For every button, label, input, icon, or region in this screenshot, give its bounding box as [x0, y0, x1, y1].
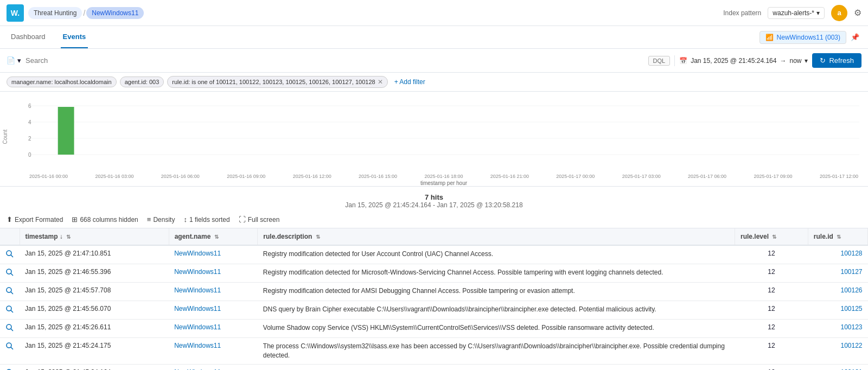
tab-dashboard[interactable]: Dashboard	[9, 26, 48, 48]
density-button[interactable]: ≡ Density	[147, 215, 175, 224]
row-icon-cell[interactable]	[0, 283, 20, 301]
chevron-icon[interactable]: ▾	[17, 56, 21, 65]
search-input[interactable]	[25, 56, 644, 65]
rule-id-link[interactable]: 100122	[840, 342, 862, 349]
tab-events[interactable]: Events	[61, 26, 88, 48]
date-from: Jan 15, 2025 @ 21:45:24.164	[691, 57, 776, 65]
cell-rule-id[interactable]: 100125	[808, 301, 867, 320]
app-logo: W.	[7, 4, 24, 22]
x-label-6: 2025-01-16 18:00	[424, 174, 463, 179]
cell-rule-id[interactable]: 100127	[808, 264, 867, 283]
pin-icon[interactable]: 📌	[851, 33, 859, 41]
chevron-down-icon: ▾	[805, 57, 808, 65]
cell-description: Brain Cipher ransomware executable loade…	[258, 364, 735, 370]
filter-manager-name-text: manager.name: localhost.localdomain	[11, 79, 112, 85]
svg-point-12	[7, 288, 11, 292]
cell-timestamp: Jan 15, 2025 @ 21:45:24.164	[20, 364, 169, 370]
cell-rule-id[interactable]: 100122	[808, 338, 867, 365]
export-icon: ⬆	[7, 215, 12, 224]
date-range-picker[interactable]: 📅 Jan 15, 2025 @ 21:45:24.164 → now ▾	[679, 57, 808, 65]
chart-container: Count 6 4 2 0 2025-01-16 00:00 2025-01-1…	[9, 100, 859, 182]
breadcrumb-threat-hunting[interactable]: Threat Hunting	[28, 7, 82, 19]
x-label-9: 2025-01-17 03:00	[622, 174, 661, 179]
agent-name-link[interactable]: NewWindows11	[174, 305, 221, 312]
sorted-button[interactable]: ↕ 1 fields sorted	[183, 215, 229, 224]
rule-id-link[interactable]: 100126	[840, 286, 862, 294]
filter-manager-name[interactable]: manager.name: localhost.localdomain	[7, 76, 117, 87]
cell-rule-id[interactable]: 100123	[808, 320, 867, 338]
density-label: Density	[153, 216, 175, 224]
col-header-description[interactable]: rule.description ⇅	[258, 228, 735, 245]
agent-name-link[interactable]: NewWindows11	[174, 250, 221, 257]
col-header-agent-name[interactable]: agent.name ⇅	[169, 228, 258, 245]
chart-x-labels: 2025-01-16 00:00 2025-01-16 03:00 2025-0…	[28, 174, 859, 179]
rule-id-link[interactable]: 100128	[840, 250, 862, 257]
row-icon-cell[interactable]	[0, 320, 20, 338]
col-header-ruleid[interactable]: rule.id ⇅	[808, 228, 867, 245]
cell-rule-id[interactable]: 100126	[808, 283, 867, 301]
x-label-8: 2025-01-17 00:00	[556, 174, 595, 179]
table-row: Jan 15, 2025 @ 21:45:24.175 NewWindows11…	[0, 338, 868, 365]
rule-id-link[interactable]: 100125	[840, 305, 862, 312]
dql-badge[interactable]: DQL	[648, 56, 671, 66]
export-label: Export Formated	[15, 216, 63, 224]
filter-rule-id-remove[interactable]: ✕	[378, 78, 383, 86]
row-icon-cell[interactable]	[0, 364, 20, 370]
fullscreen-button[interactable]: ⛶ Full screen	[239, 215, 280, 224]
cell-agent-name[interactable]: NewWindows11	[169, 338, 258, 365]
cell-timestamp: Jan 15, 2025 @ 21:45:56.070	[20, 301, 169, 320]
cell-agent-name[interactable]: NewWindows11	[169, 301, 258, 320]
add-filter-button[interactable]: + Add filter	[391, 76, 429, 87]
row-icon-cell[interactable]	[0, 338, 20, 365]
chart-svg: 6 4 2 0	[28, 100, 859, 171]
row-icon-cell[interactable]	[0, 301, 20, 320]
inspect-icon	[5, 305, 14, 314]
cell-agent-name[interactable]: NewWindows11	[169, 245, 258, 264]
rule-id-link[interactable]: 100127	[840, 268, 862, 276]
avatar[interactable]: a	[831, 5, 847, 21]
row-icon-cell[interactable]	[0, 245, 20, 264]
svg-point-16	[7, 324, 11, 329]
cell-description: Volume Shadow copy Service (VSS) HKLM\\S…	[258, 320, 735, 338]
index-pattern-select[interactable]: wazuh-alerts-* ▾	[768, 7, 825, 19]
agent-name-link[interactable]: NewWindows11	[174, 323, 221, 331]
export-button[interactable]: ⬆ Export Formated	[7, 215, 63, 224]
settings-icon[interactable]: ⚙	[854, 8, 861, 18]
rule-id-link[interactable]: 100123	[840, 323, 862, 331]
sort-desc-icon: ⇅	[316, 234, 320, 240]
toolbar: ⬆ Export Formated ⊞ 668 columns hidden ≡…	[0, 211, 868, 228]
cell-agent-name[interactable]: NewWindows11	[169, 283, 258, 301]
columns-hidden-label: 668 columns hidden	[80, 216, 138, 224]
col-header-timestamp[interactable]: timestamp ↓ ⇅	[20, 228, 169, 245]
table-row: Jan 15, 2025 @ 21:45:56.070 NewWindows11…	[0, 301, 868, 320]
columns-hidden-button[interactable]: ⊞ 668 columns hidden	[72, 215, 138, 224]
cell-rule-id[interactable]: 100128	[808, 245, 867, 264]
x-label-3: 2025-01-16 09:00	[227, 174, 265, 179]
sort-ruleid-icon: ⇅	[837, 234, 841, 240]
sort-level-icon: ⇅	[772, 234, 776, 240]
x-label-12: 2025-01-17 12:00	[820, 174, 858, 179]
agent-name-link[interactable]: NewWindows11	[174, 368, 221, 370]
agent-badge[interactable]: 📶 NewWindows11 (003)	[760, 31, 846, 44]
cell-agent-name[interactable]: NewWindows11	[169, 264, 258, 283]
cell-timestamp: Jan 15, 2025 @ 21:45:26.611	[20, 320, 169, 338]
row-icon-cell[interactable]	[0, 264, 20, 283]
filter-rule-id[interactable]: rule.id: is one of 100121, 100122, 10012…	[167, 76, 387, 88]
filter-agent-id[interactable]: agent.id: 003	[120, 76, 164, 87]
table-row: Jan 15, 2025 @ 21:47:10.851 NewWindows11…	[0, 245, 868, 264]
svg-line-13	[11, 292, 13, 294]
cell-agent-name[interactable]: NewWindows11	[169, 364, 258, 370]
breadcrumb-newwindows11[interactable]: NewWindows11	[86, 7, 144, 19]
cell-timestamp: Jan 15, 2025 @ 21:45:57.708	[20, 283, 169, 301]
cell-rule-id[interactable]: 100121	[808, 364, 867, 370]
cell-description: The process C:\\Windows\\system32\\lsass…	[258, 338, 735, 365]
svg-point-10	[7, 269, 11, 274]
cell-agent-name[interactable]: NewWindows11	[169, 320, 258, 338]
col-header-level[interactable]: rule.level ⇅	[735, 228, 808, 245]
agent-name-link[interactable]: NewWindows11	[174, 268, 221, 276]
refresh-button[interactable]: ↻ Refresh	[812, 53, 861, 68]
rule-id-link[interactable]: 100121	[840, 368, 862, 370]
agent-name-link[interactable]: NewWindows11	[174, 342, 221, 349]
agent-name-link[interactable]: NewWindows11	[174, 286, 221, 294]
index-pattern-value: wazuh-alerts-*	[773, 9, 814, 17]
